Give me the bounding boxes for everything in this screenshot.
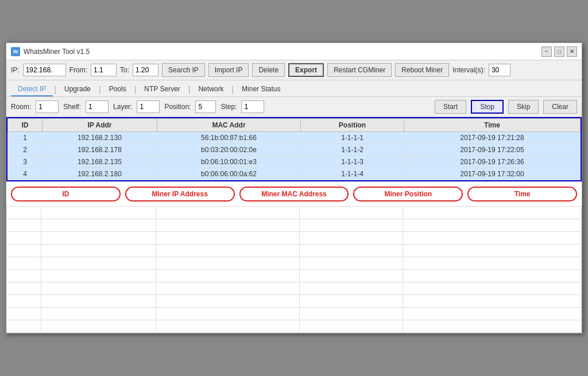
toolbar: IP: From: To: Search IP Import IP Delete… (6, 60, 582, 80)
position-input[interactable] (195, 100, 216, 113)
bottom-labels: ID Miner IP Address Miner MAC Address Mi… (6, 181, 582, 206)
col-time: Time (404, 119, 581, 132)
cell-mac: b0:03:20:00:02:0e (157, 144, 301, 156)
main-window: W WhatsMiner Tool v1.5 − □ ✕ IP: From: T… (6, 42, 582, 334)
shelf-input[interactable] (86, 100, 109, 113)
empty-row-1 (7, 207, 582, 219)
cell-position: 1-1-1-1 (301, 132, 404, 144)
clear-button[interactable]: Clear (543, 100, 577, 114)
window-controls: − □ ✕ (541, 46, 577, 57)
restart-cgminer-button[interactable]: Restart CGMiner (327, 63, 392, 77)
title-bar-left: W WhatsMiner Tool v1.5 (11, 47, 90, 56)
empty-rows (7, 207, 582, 333)
close-button[interactable]: ✕ (567, 46, 577, 57)
empty-row-4 (7, 245, 582, 257)
cell-position: 1-1-1-4 (301, 168, 404, 180)
tab-pools[interactable]: Pools (102, 83, 133, 96)
cell-ip: 192.168.2.135 (42, 156, 157, 168)
table-row[interactable]: 1192.168.2.13056:1b:00:87:b1:661-1-1-120… (8, 132, 581, 144)
search-ip-button[interactable]: Search IP (162, 63, 205, 77)
label-ip: Miner IP Address (125, 187, 235, 201)
minimize-button[interactable]: − (541, 46, 552, 57)
header-row: ID IP Addr MAC Addr Position Time (8, 119, 581, 132)
skip-button[interactable]: Skip (508, 100, 539, 114)
step-label: Step: (220, 103, 237, 111)
cell-ip: 192.168.2.180 (42, 168, 157, 180)
import-ip-button[interactable]: Import IP (208, 63, 249, 77)
app-title: WhatsMiner Tool v1.5 (24, 48, 90, 56)
cell-id: 2 (8, 144, 42, 156)
label-time: Time (467, 187, 577, 201)
start-button[interactable]: Start (435, 100, 466, 114)
cell-mac: b0:06:06:00:0a:62 (157, 168, 301, 180)
sep5: | (231, 85, 234, 94)
tab-miner-status[interactable]: Miner Status (235, 83, 287, 96)
empty-row-10 (7, 320, 582, 333)
table-body: 1192.168.2.13056:1b:00:87:b1:661-1-1-120… (8, 132, 581, 180)
app-icon: W (11, 47, 20, 56)
cell-time: 2017-09-19 17:21:28 (404, 132, 581, 144)
cell-mac: 56:1b:00:87:b1:66 (157, 132, 301, 144)
ip-label: IP: (11, 66, 20, 74)
table-row[interactable]: 4192.168.2.180b0:06:06:00:0a:621-1-1-420… (8, 168, 581, 180)
sep4: | (188, 85, 191, 94)
data-table: ID IP Addr MAC Addr Position Time 1192.1… (7, 118, 581, 180)
table-row[interactable]: 2192.168.2.178b0:03:20:00:02:0e1-1-1-220… (8, 144, 581, 156)
empty-row-5 (7, 257, 582, 270)
empty-row-9 (7, 308, 582, 320)
cell-position: 1-1-1-3 (301, 156, 404, 168)
empty-row-2 (7, 219, 582, 232)
cell-id: 3 (8, 156, 42, 168)
nav-tabs: Detect IP | Upgrade | Pools | NTP Server… (6, 80, 582, 97)
room-label: Room: (11, 103, 31, 111)
cell-position: 1-1-1-2 (301, 144, 404, 156)
col-ip: IP Addr (42, 119, 157, 132)
step-input[interactable] (241, 100, 264, 113)
from-input[interactable] (91, 64, 117, 76)
label-mac: Miner MAC Address (239, 187, 349, 201)
table-wrapper: ID IP Addr MAC Addr Position Time 1192.1… (6, 117, 582, 181)
cell-id: 1 (8, 132, 42, 144)
empty-table (6, 206, 582, 333)
empty-row-7 (7, 282, 582, 295)
shelf-label: Shelf: (63, 103, 81, 111)
maximize-button[interactable]: □ (554, 46, 564, 57)
to-label: To: (120, 66, 129, 74)
sep1: | (54, 85, 56, 94)
cell-mac: b0:06:10:00:01:e3 (157, 156, 301, 168)
layer-input[interactable] (137, 100, 160, 113)
interval-label: Interval(s): (452, 66, 485, 74)
export-button[interactable]: Export (288, 63, 324, 77)
tab-detect-ip[interactable]: Detect IP (11, 83, 53, 96)
cell-ip: 192.168.2.130 (42, 132, 157, 144)
position-row: Room: Shelf: Layer: Position: Step: Star… (6, 97, 582, 117)
delete-button[interactable]: Delete (252, 63, 285, 77)
sep2: | (99, 85, 101, 94)
sep3: | (134, 85, 137, 94)
position-label: Position: (164, 103, 191, 111)
col-id: ID (8, 119, 42, 132)
layer-label: Layer: (113, 103, 132, 111)
stop-button[interactable]: Stop (471, 100, 504, 114)
cell-time: 2017-09-19 17:32:00 (404, 168, 581, 180)
table-row[interactable]: 3192.168.2.135b0:06:10:00:01:e31-1-1-320… (8, 156, 581, 168)
label-id: ID (11, 187, 121, 201)
cell-time: 2017-09-19 17:22:05 (404, 144, 581, 156)
title-bar: W WhatsMiner Tool v1.5 − □ ✕ (6, 43, 582, 60)
empty-row-8 (7, 295, 582, 308)
cell-ip: 192.168.2.178 (42, 144, 157, 156)
tab-ntp-server[interactable]: NTP Server (137, 83, 187, 96)
ip-input[interactable] (23, 64, 66, 76)
to-input[interactable] (133, 64, 158, 76)
empty-row-3 (7, 232, 582, 245)
interval-input[interactable] (489, 64, 510, 76)
col-mac: MAC Addr (157, 119, 301, 132)
cell-time: 2017-09-19 17:26:36 (404, 156, 581, 168)
reboot-miner-button[interactable]: Reboot Miner (395, 63, 449, 77)
room-input[interactable] (36, 100, 59, 113)
tab-upgrade[interactable]: Upgrade (57, 83, 98, 96)
empty-row-6 (7, 270, 582, 282)
tab-network[interactable]: Network (191, 83, 230, 96)
col-position: Position (301, 119, 404, 132)
from-label: From: (69, 66, 87, 74)
